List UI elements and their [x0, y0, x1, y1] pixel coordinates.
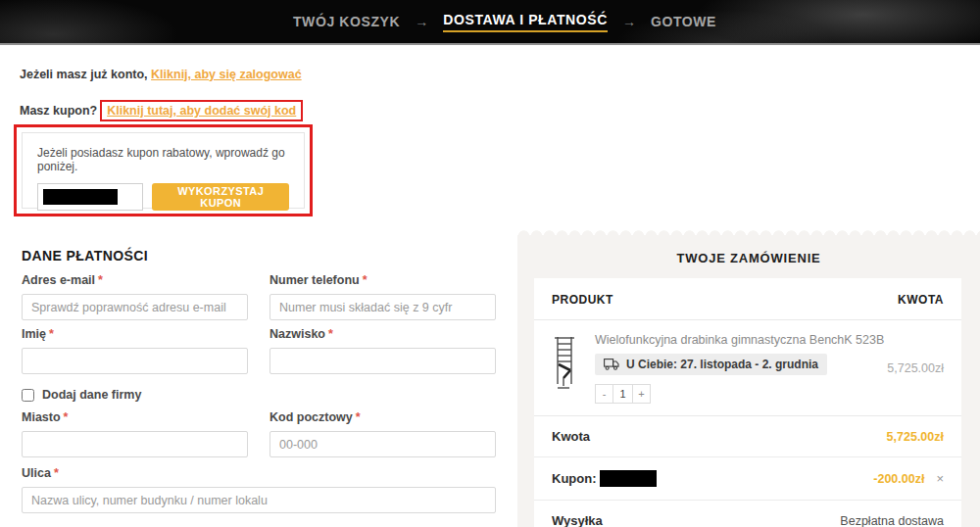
coupon-link-highlight: Kliknij tutaj, aby dodać swój kod: [100, 100, 303, 121]
apply-coupon-button[interactable]: WYKORZYSTAJ KUPON: [152, 183, 289, 211]
subtotal-label: Kwota: [552, 429, 590, 444]
order-table-header: PRODUKT KWOTA: [534, 278, 961, 320]
company-checkbox[interactable]: [22, 389, 34, 402]
first-name-field[interactable]: [22, 348, 248, 374]
last-name-field[interactable]: [270, 348, 496, 374]
street-field-group: Ulica*: [22, 466, 496, 513]
quantity-stepper: - 1 +: [595, 384, 884, 404]
postcode-field-group: Kod pocztowy*: [270, 410, 496, 457]
delivery-estimate-text: U Ciebie: 27. listopada - 2. grudnia: [626, 358, 818, 371]
remove-coupon-icon[interactable]: ×: [936, 471, 944, 486]
subtotal-value: 5,725.00zł: [887, 430, 944, 444]
coupon-prompt: Masz kupon? Kliknij tutaj, aby dodać swó…: [20, 100, 303, 121]
required-mark: *: [98, 273, 103, 287]
phone-field-group: Numer telefonu*: [270, 273, 496, 320]
phone-label: Numer telefonu*: [270, 273, 496, 287]
product-name: Wielofunkcyjna drabinka gimnastyczna Ben…: [595, 333, 884, 347]
postcode-label: Kod pocztowy*: [270, 410, 496, 424]
order-card: PRODUKT KWOTA: [534, 278, 961, 527]
postcode-field[interactable]: [270, 431, 496, 457]
truck-icon: [604, 359, 619, 370]
product-column-header: PRODUKT: [552, 293, 613, 307]
subtotal-row: Kwota 5,725.00zł: [534, 416, 961, 457]
amount-column-header: KWOTA: [898, 293, 944, 307]
quantity-increase-button[interactable]: +: [632, 384, 651, 404]
coupon-prompt-text: Masz kupon?: [20, 104, 97, 118]
breadcrumb-done: GOTOWE: [651, 14, 716, 29]
line-item-price: 5,725.00zł: [887, 361, 944, 375]
breadcrumb-cart[interactable]: TWÓJ KOSZYK: [293, 14, 400, 29]
coupon-box-highlight: Jeżeli posiadasz kupon rabatowy, wprowad…: [14, 124, 313, 216]
quantity-value[interactable]: 1: [612, 384, 633, 404]
add-coupon-link[interactable]: Kliknij tutaj, aby dodać swój kod: [107, 104, 296, 118]
payment-section-title: DANE PŁATNOŚCI: [22, 248, 148, 264]
coupon-label: Kupon:: [552, 470, 657, 487]
city-field[interactable]: [22, 431, 248, 457]
company-data-row: Dodaj dane firmy: [22, 388, 141, 402]
login-prompt-text: Jeżeli masz już konto,: [20, 68, 148, 81]
required-mark: *: [356, 410, 361, 424]
required-mark: *: [54, 466, 59, 480]
city-field-group: Miasto*: [22, 410, 248, 457]
required-mark: *: [49, 327, 54, 341]
coupon-discount-value: -200.00zł: [873, 472, 924, 486]
required-mark: *: [363, 273, 368, 287]
email-field[interactable]: [22, 294, 248, 320]
street-label: Ulica*: [22, 466, 496, 480]
shipping-row: Wysyłka Bezpłatna dostawa: [534, 501, 961, 527]
product-image: [552, 335, 581, 390]
company-checkbox-label: Dodaj dane firmy: [42, 388, 141, 402]
required-mark: *: [64, 410, 69, 424]
checkout-progress-bar: TWÓJ KOSZYK → DOSTAWA I PŁATNOŚĆ → GOTOW…: [0, 0, 980, 45]
phone-field[interactable]: [270, 294, 496, 320]
product-details: Wielofunkcyjna drabinka gimnastyczna Ben…: [595, 333, 884, 404]
required-mark: *: [328, 327, 333, 341]
breadcrumb-shipping-payment[interactable]: DOSTAWA I PŁATNOŚĆ: [443, 12, 608, 32]
email-label: Adres e-mail*: [22, 273, 248, 287]
street-field[interactable]: [22, 487, 496, 513]
coupon-code-input[interactable]: [37, 183, 143, 211]
order-line-item: Wielofunkcyjna drabinka gimnastyczna Ben…: [534, 320, 961, 416]
redacted-coupon-code: [43, 189, 118, 205]
order-summary-title: TWOJE ZAMÓWIENIE: [517, 251, 980, 265]
city-label: Miasto*: [22, 410, 248, 424]
login-prompt: Jeżeli masz już konto, Kliknij, aby się …: [20, 68, 302, 81]
arrow-icon: →: [415, 14, 428, 29]
order-summary-panel: TWOJE ZAMÓWIENIE PRODUKT KWOTA: [517, 227, 980, 527]
first-name-label: Imię*: [22, 327, 248, 341]
email-field-group: Adres e-mail*: [22, 273, 248, 320]
checkout-page: TWÓJ KOSZYK → DOSTAWA I PŁATNOŚĆ → GOTOW…: [0, 0, 980, 527]
first-name-field-group: Imię*: [22, 327, 248, 374]
arrow-icon: →: [622, 14, 636, 29]
coupon-form: Jeżeli posiadasz kupon rabatowy, wprowad…: [22, 132, 305, 209]
login-link[interactable]: Kliknij, aby się zalogować: [151, 68, 302, 81]
breadcrumb: TWÓJ KOSZYK → DOSTAWA I PŁATNOŚĆ → GOTOW…: [293, 12, 716, 32]
redacted-coupon-name: [600, 470, 657, 487]
coupon-message: Jeżeli posiadasz kupon rabatowy, wprowad…: [37, 146, 289, 173]
shipping-value: Bezpłatna dostawa: [840, 514, 944, 527]
quantity-decrease-button[interactable]: -: [595, 384, 613, 404]
delivery-estimate-badge: U Ciebie: 27. listopada - 2. grudnia: [595, 354, 827, 375]
last-name-label: Nazwisko*: [270, 327, 496, 341]
last-name-field-group: Nazwisko*: [270, 327, 496, 374]
coupon-row: Kupon: -200.00zł ×: [534, 457, 961, 501]
shipping-label: Wysyłka: [552, 513, 603, 527]
receipt-scallop-edge: [517, 227, 980, 236]
